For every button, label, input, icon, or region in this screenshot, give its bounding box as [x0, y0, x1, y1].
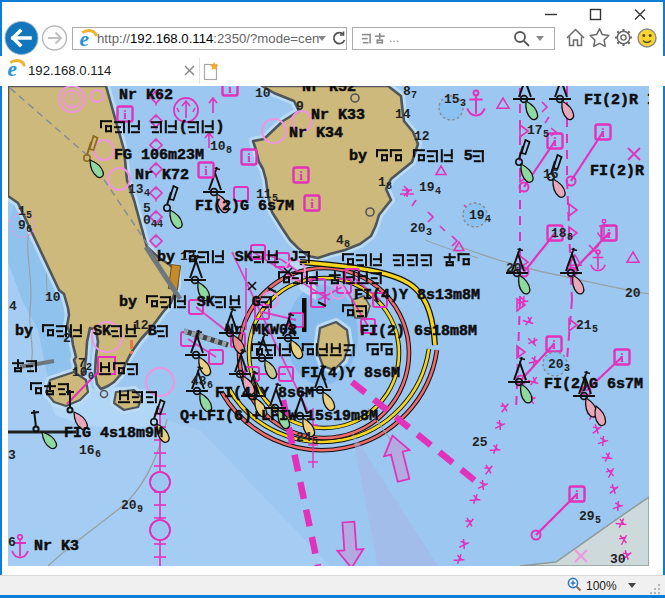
svg-text:5: 5	[312, 436, 318, 447]
svg-text:9: 9	[18, 218, 26, 233]
svg-text:B: B	[139, 323, 157, 340]
svg-text:FI(2)G 6s7M: FI(2)G 6s7M	[195, 198, 294, 215]
svg-text:9: 9	[137, 504, 143, 515]
svg-text:FIG 4s18m9M: FIG 4s18m9M	[64, 425, 163, 442]
svg-text:9: 9	[296, 99, 304, 114]
svg-text:by: by	[119, 294, 146, 311]
svg-text:i: i	[620, 350, 624, 365]
svg-text:8: 8	[226, 145, 232, 156]
svg-text:i: i	[601, 125, 605, 140]
svg-text:6: 6	[207, 380, 213, 391]
svg-text:FI(2) 6s18m8M: FI(2) 6s18m8M	[360, 323, 477, 340]
svg-text:8: 8	[344, 239, 350, 250]
svg-text:by: by	[157, 249, 184, 266]
svg-text:29: 29	[579, 509, 595, 524]
svg-text:i: i	[575, 487, 579, 502]
svg-text:10: 10	[255, 86, 271, 101]
svg-text:J: J	[281, 249, 299, 266]
svg-text:13: 13	[128, 182, 144, 197]
svg-text:0: 0	[88, 371, 94, 382]
svg-text:21: 21	[576, 318, 592, 333]
svg-text:4: 4	[144, 188, 150, 199]
svg-text:FI(2)G 6s7M: FI(2)G 6s7M	[544, 376, 643, 393]
svg-text:4: 4	[9, 299, 17, 314]
svg-text:1: 1	[18, 204, 26, 219]
svg-text:14: 14	[395, 107, 411, 122]
svg-text:Nr K3: Nr K3	[34, 538, 79, 555]
svg-text:44: 44	[151, 219, 163, 230]
svg-text:19: 19	[469, 208, 485, 223]
svg-text:18: 18	[551, 226, 567, 241]
svg-text:4: 4	[336, 233, 344, 248]
svg-text:20: 20	[548, 357, 564, 372]
svg-text:48: 48	[191, 374, 207, 389]
svg-text:10: 10	[45, 290, 61, 305]
svg-text:15: 15	[444, 92, 460, 107]
svg-text:16: 16	[79, 443, 95, 458]
svg-text:(: (	[179, 119, 188, 136]
svg-text:FI(4)Y 8s13m8M: FI(4)Y 8s13m8M	[354, 287, 480, 304]
svg-text:): )	[216, 119, 225, 136]
svg-text:4: 4	[485, 214, 491, 225]
svg-text:Nr MKW02: Nr MKW02	[225, 322, 297, 339]
svg-text:3: 3	[564, 363, 570, 374]
svg-text:20: 20	[121, 498, 137, 513]
svg-text:i: i	[247, 150, 251, 165]
svg-text:FI(4)Y 8s6M: FI(4)Y 8s6M	[301, 365, 400, 382]
svg-text:i: i	[228, 86, 232, 96]
svg-text:FI(2)R: FI(2)R	[590, 163, 644, 180]
svg-text:19: 19	[419, 180, 435, 195]
svg-text:Nr K72: Nr K72	[135, 167, 189, 184]
svg-text:i: i	[123, 107, 127, 122]
svg-text:3: 3	[8, 448, 16, 463]
svg-text:4: 4	[435, 186, 441, 197]
svg-text:20: 20	[410, 221, 426, 236]
svg-text:100%: 100%	[586, 579, 617, 593]
svg-text:5: 5	[26, 210, 32, 221]
svg-text:25: 25	[472, 435, 488, 450]
svg-text:Nr K62: Nr K62	[119, 87, 173, 104]
svg-text:6: 6	[95, 449, 101, 460]
svg-text:SK: SK	[226, 249, 253, 266]
svg-text:6: 6	[26, 224, 32, 235]
svg-text:8: 8	[567, 232, 573, 243]
svg-text:...: ...	[389, 31, 399, 45]
svg-text:8: 8	[386, 181, 392, 192]
svg-text:i: i	[552, 337, 556, 352]
svg-text:12: 12	[414, 129, 430, 144]
svg-text:5: 5	[455, 148, 473, 165]
svg-text:1: 1	[378, 175, 386, 190]
svg-text:6: 6	[8, 535, 16, 550]
svg-text:192.168.0.114: 192.168.0.114	[28, 63, 111, 78]
svg-text:i: i	[607, 226, 611, 241]
svg-text:30: 30	[610, 552, 626, 566]
svg-text:3: 3	[460, 98, 466, 109]
svg-text:17: 17	[527, 123, 543, 138]
svg-text:FI(2)R I: FI(2)R I	[584, 92, 649, 109]
svg-text:http://192.168.0.114:2350/?mod: http://192.168.0.114:2350/?mode=cen	[97, 31, 319, 46]
svg-text:FG 106m23M: FG 106m23M	[114, 147, 204, 164]
svg-text:20: 20	[506, 261, 522, 276]
svg-text:16: 16	[543, 167, 559, 182]
svg-text:24: 24	[296, 430, 312, 445]
svg-text:SK: SK	[84, 323, 111, 340]
svg-text:Nr K52: Nr K52	[302, 86, 356, 96]
svg-text:i: i	[204, 163, 208, 178]
svg-text:by: by	[349, 148, 376, 165]
svg-text:7: 7	[411, 90, 417, 101]
svg-text:i: i	[310, 196, 314, 211]
svg-text:8: 8	[403, 86, 411, 99]
svg-text:10: 10	[72, 365, 88, 380]
svg-text:5: 5	[592, 324, 598, 335]
svg-text:i: i	[553, 134, 557, 149]
svg-text:by: by	[15, 323, 42, 340]
svg-text:3: 3	[426, 227, 432, 238]
svg-text:FI(4)Y 8s6M: FI(4)Y 8s6M	[215, 385, 314, 402]
svg-text:i: i	[299, 168, 303, 183]
svg-text:5: 5	[543, 129, 549, 140]
svg-text:0: 0	[143, 213, 151, 228]
svg-text:SK: SK	[188, 294, 215, 311]
svg-text:G: G	[243, 294, 261, 311]
svg-text:10: 10	[210, 139, 226, 154]
svg-text:Q+LFI(6)+LFIW 15s19m8M: Q+LFI(6)+LFIW 15s19m8M	[180, 408, 378, 425]
